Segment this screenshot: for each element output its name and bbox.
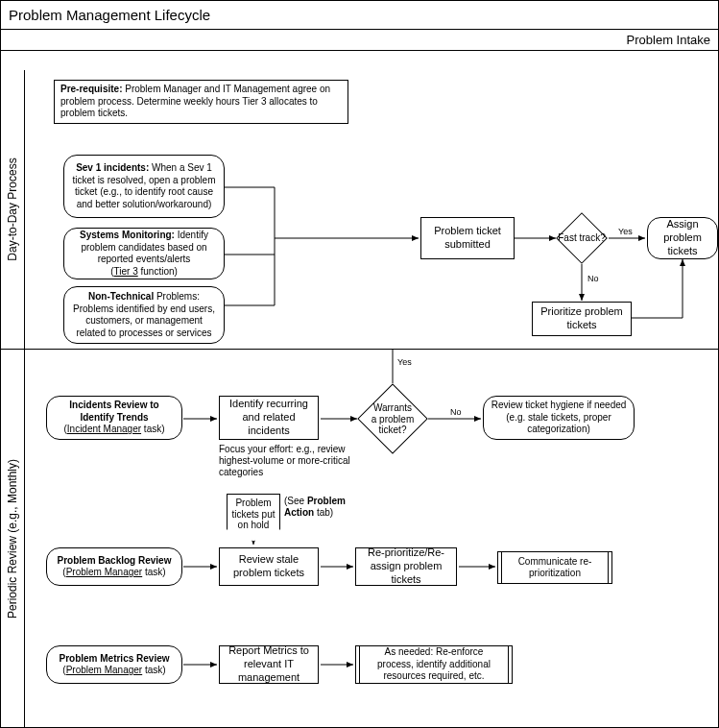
lane-day-to-day: Pre-requisite: Problem Manager and IT Ma… — [25, 70, 718, 349]
report-metrics-box: Report Metrics to relevant IT management — [219, 645, 319, 684]
non-technical-box: Non-Technical Problems: Problems identif… — [63, 286, 225, 344]
on-hold-pentagon: Problem tickets put on hold — [227, 494, 280, 542]
swimlane-day-to-day-label: Day-to-Day Process — [1, 70, 25, 349]
as-needed-box: As needed: Re-enforce process, identify … — [355, 645, 513, 684]
on-hold-note: (See Problem Action tab) — [284, 496, 371, 519]
systems-monitoring-box: Systems Monitoring: Identify problem can… — [63, 228, 225, 279]
fast-track-yes-label: Yes — [618, 227, 633, 237]
fast-track-no-label: No — [587, 274, 599, 284]
assign-problem-tickets-box: Assign problem tickets — [647, 217, 718, 259]
review-stale-box: Review stale problem tickets — [219, 547, 319, 586]
warrants-no-label: No — [450, 407, 462, 418]
backlog-review-box: Problem Backlog Review (Problem Manager … — [46, 547, 182, 586]
page-subtitle: Problem Intake — [1, 30, 718, 51]
page-title: Problem Management Lifecycle — [1, 1, 718, 30]
diagram-page: Problem Management Lifecycle Problem Int… — [0, 0, 719, 728]
fast-track-decision — [556, 212, 608, 264]
prioritize-problem-tickets-box: Prioritize problem tickets — [532, 302, 632, 336]
swimlane-periodic-label: Periodic Review (e.g., Monthly) — [1, 349, 25, 727]
lane-periodic: Incidents Review to Identify Trends (Inc… — [25, 349, 718, 727]
sev1-incidents-box: Sev 1 incidents: When a Sev 1 ticket is … — [63, 155, 225, 218]
warrants-yes-label: Yes — [397, 357, 412, 368]
problem-ticket-submitted-box: Problem ticket submitted — [420, 217, 515, 259]
warrants-decision — [357, 383, 428, 454]
identify-note: Focus your effort: e.g., review highest-… — [219, 444, 353, 478]
review-hygiene-box: Review ticket hygiene if needed (e.g. st… — [483, 396, 635, 440]
metrics-review-box: Problem Metrics Review (Problem Manager … — [46, 645, 182, 684]
reprioritize-box: Re-prioritize/Re-assign problem tickets — [355, 547, 457, 586]
identify-recurring-box: Identify recurring and related incidents — [219, 396, 319, 440]
communicate-box: Communicate re-prioritization — [497, 551, 612, 584]
prerequisite-box: Pre-requisite: Problem Manager and IT Ma… — [54, 80, 348, 124]
incidents-review-box: Incidents Review to Identify Trends (Inc… — [46, 396, 182, 440]
